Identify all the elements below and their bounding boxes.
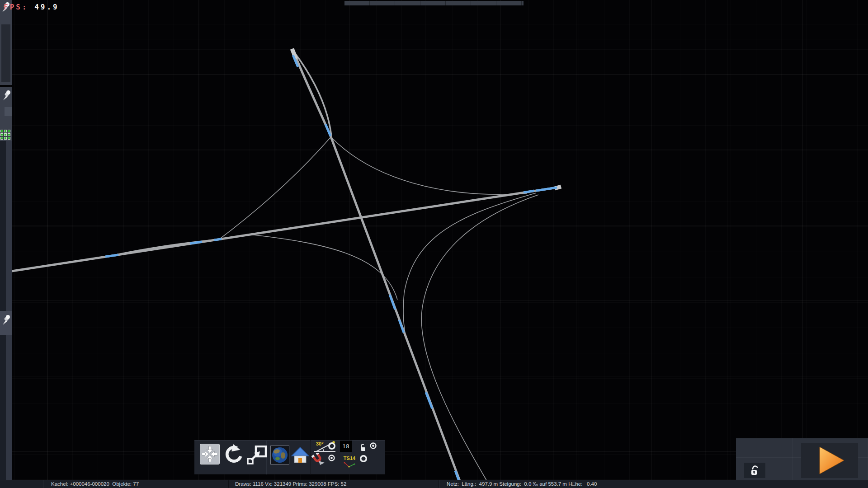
track-west-east[interactable] bbox=[0, 187, 560, 273]
play-panel bbox=[736, 438, 868, 480]
sidebar-panel-mid[interactable] bbox=[0, 87, 12, 141]
green-grid-icon[interactable] bbox=[0, 130, 10, 140]
track-editor-canvas[interactable] bbox=[0, 0, 868, 488]
selected-segment[interactable] bbox=[426, 392, 432, 408]
track-style-label: TS14 bbox=[344, 455, 355, 461]
ring-toggle-1[interactable] bbox=[328, 442, 336, 452]
curve-lower-left[interactable] bbox=[250, 235, 397, 300]
ring-toggle bbox=[328, 442, 336, 450]
track-layer[interactable] bbox=[0, 0, 868, 488]
rotate-button[interactable] bbox=[222, 444, 244, 465]
insert-object-button[interactable] bbox=[247, 446, 268, 465]
unlocked-padlock-icon bbox=[749, 465, 761, 476]
track-end-caps[interactable] bbox=[292, 49, 561, 188]
lock-toggle[interactable] bbox=[360, 443, 367, 454]
status-divider bbox=[43, 480, 44, 488]
radio-option-1[interactable] bbox=[369, 442, 377, 451]
move-button[interactable] bbox=[200, 444, 220, 465]
home-icon bbox=[291, 446, 309, 465]
selected-segment[interactable] bbox=[105, 255, 118, 257]
bottom-toolbar: 30° 18 bbox=[194, 440, 385, 474]
svg-text:30°: 30° bbox=[316, 441, 324, 446]
pushpin-icon[interactable] bbox=[1, 314, 12, 326]
pushpin-icon[interactable] bbox=[1, 89, 12, 102]
status-net-info: Netz: Läng.: 497.9 m Steigung: 0.0 ‰ auf… bbox=[447, 481, 597, 487]
status-bar: Kachel: +000046-000020 Objekte: 77 Draws… bbox=[0, 480, 868, 488]
track-network[interactable] bbox=[0, 52, 560, 488]
curve-upper-right[interactable] bbox=[331, 137, 527, 194]
sidebar-panel-top[interactable] bbox=[0, 0, 12, 85]
globe-icon bbox=[270, 446, 289, 465]
curve-lower-right-inner[interactable] bbox=[403, 193, 536, 333]
ring-toggle-2[interactable] bbox=[359, 455, 368, 465]
sidebar-strip-upper bbox=[0, 141, 12, 311]
app-window: FPS: 49.9 bbox=[0, 0, 868, 488]
radio-selected bbox=[328, 454, 335, 462]
globe-button[interactable] bbox=[270, 446, 289, 465]
radius-value-field[interactable]: 18 bbox=[340, 441, 352, 452]
selected-track-segments[interactable] bbox=[105, 55, 557, 484]
fps-label: FPS: bbox=[4, 3, 28, 11]
sidebar-inset bbox=[1, 24, 10, 82]
lock-indicator[interactable] bbox=[744, 463, 765, 478]
sidebar-button[interactable] bbox=[5, 107, 12, 116]
sidebar-strip-lower bbox=[0, 335, 12, 480]
track-north-south[interactable] bbox=[294, 52, 462, 488]
status-divider bbox=[439, 480, 439, 488]
insert-object-icon bbox=[247, 446, 268, 465]
radio-selected bbox=[369, 442, 377, 450]
fps-value: 49.9 bbox=[34, 3, 59, 11]
lock-icon bbox=[360, 443, 367, 452]
track-style-button[interactable]: TS14 bbox=[343, 454, 356, 465]
track-style-icon bbox=[343, 462, 356, 468]
move-icon bbox=[200, 444, 219, 464]
magnet-button[interactable] bbox=[311, 453, 326, 465]
collapsed-top-panel[interactable] bbox=[344, 1, 524, 5]
home-button[interactable] bbox=[291, 446, 309, 465]
radio-option-2[interactable] bbox=[328, 454, 335, 464]
fps-overlay: FPS: 49.9 bbox=[4, 3, 59, 11]
magnet-icon bbox=[311, 453, 326, 465]
selected-segment[interactable] bbox=[214, 239, 222, 240]
curve-lower-right-outer[interactable] bbox=[421, 195, 538, 488]
status-render-stats: Draws: 1116 Vx: 321349 Prims: 329008 FPS… bbox=[235, 481, 346, 487]
status-tile-info: Kachel: +000046-000020 Objekte: 77 bbox=[51, 481, 139, 487]
rotate-ccw-icon bbox=[222, 444, 244, 465]
play-icon bbox=[811, 446, 848, 475]
sidebar-panel-pin[interactable] bbox=[0, 311, 12, 335]
ring-toggle bbox=[359, 455, 368, 463]
selected-segment[interactable] bbox=[390, 295, 395, 310]
selected-segment[interactable] bbox=[536, 188, 557, 191]
play-button[interactable] bbox=[801, 443, 858, 478]
status-divider bbox=[228, 480, 229, 488]
thin-track-curves[interactable] bbox=[218, 137, 538, 488]
